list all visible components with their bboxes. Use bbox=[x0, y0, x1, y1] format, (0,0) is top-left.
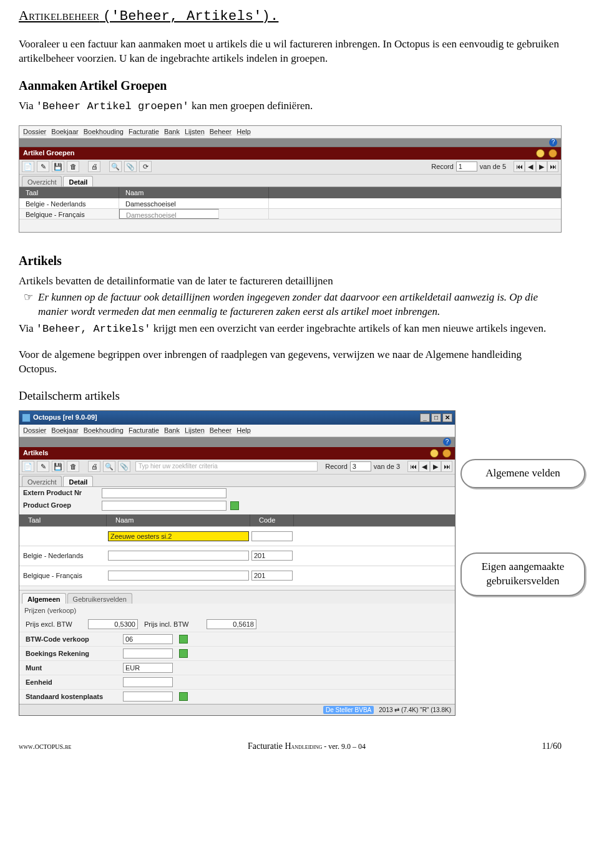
refresh-icon[interactable]: ⟳ bbox=[139, 161, 152, 172]
munt-input[interactable]: EUR bbox=[123, 663, 173, 673]
menu-beheer[interactable]: Beheer bbox=[210, 426, 231, 435]
app-icon bbox=[22, 413, 31, 422]
attach-icon[interactable]: 📎 bbox=[124, 161, 137, 172]
search-icon[interactable]: 🔍 bbox=[103, 461, 115, 472]
badge-icon[interactable] bbox=[442, 449, 451, 458]
tab-overzicht[interactable]: Overzicht bbox=[22, 476, 62, 486]
tabs: Overzicht Detail bbox=[19, 475, 455, 487]
extern-product-input[interactable] bbox=[102, 488, 226, 498]
tab-detail[interactable]: Detail bbox=[63, 476, 93, 486]
record-label: Record bbox=[325, 462, 347, 471]
menu-help[interactable]: Help bbox=[236, 426, 251, 435]
record-input[interactable]: 1 bbox=[456, 162, 477, 171]
first-icon[interactable]: ⏮ bbox=[407, 461, 419, 472]
col-naam[interactable]: Naam bbox=[119, 187, 269, 199]
text: .be bbox=[63, 742, 71, 751]
help-icon[interactable]: ? bbox=[443, 438, 451, 446]
heading-artikels: Artikels bbox=[19, 253, 562, 269]
table-row[interactable]: Belgique - Français Damesschoeisel bbox=[19, 209, 561, 219]
delete-icon[interactable]: 🗑 bbox=[67, 461, 79, 472]
close-icon[interactable]: ✕ bbox=[442, 413, 452, 422]
panel-title: Artikel Groepen bbox=[19, 147, 561, 160]
product-groep-input[interactable] bbox=[102, 501, 226, 511]
text: krijgt men een overzicht van eerder inge… bbox=[150, 322, 546, 334]
menu-boekhouding[interactable]: Boekhouding bbox=[84, 127, 124, 137]
save-icon[interactable]: 💾 bbox=[52, 461, 64, 472]
badge-icon[interactable] bbox=[430, 449, 439, 458]
menu-beheer[interactable]: Beheer bbox=[210, 127, 231, 137]
minimize-icon[interactable]: _ bbox=[420, 413, 430, 422]
menu-dossier[interactable]: Dossier bbox=[23, 426, 46, 435]
btw-code-input[interactable]: 06 bbox=[123, 634, 173, 644]
table-row[interactable]: Belgie - Nederlands 201 bbox=[19, 546, 455, 566]
menu-lijsten[interactable]: Lijsten bbox=[185, 127, 205, 137]
last-icon[interactable]: ⏭ bbox=[547, 161, 558, 172]
menu-bank[interactable]: Bank bbox=[164, 426, 180, 435]
page-title: Artikelbeheer ('Beheer, Artikels'). bbox=[19, 6, 562, 26]
col-naam[interactable]: Naam bbox=[107, 514, 250, 526]
subtab-gebruikersvelden[interactable]: Gebruikersvelden bbox=[67, 593, 132, 604]
eenheid-input[interactable] bbox=[123, 677, 173, 687]
prev-icon[interactable]: ◀ bbox=[419, 461, 430, 472]
prijs-incl-input[interactable]: 0,5618 bbox=[207, 619, 256, 629]
col-taal[interactable]: Taal bbox=[19, 514, 107, 526]
menu-bank[interactable]: Bank bbox=[164, 127, 180, 137]
delete-icon[interactable]: 🗑 bbox=[67, 161, 79, 172]
edit-icon[interactable]: ✎ bbox=[37, 161, 49, 172]
cell-naam[interactable] bbox=[108, 551, 249, 561]
last-icon[interactable]: ⏭ bbox=[441, 461, 452, 472]
first-icon[interactable]: ⏮ bbox=[514, 161, 525, 172]
attach-icon[interactable]: 📎 bbox=[118, 461, 130, 472]
search-input[interactable]: Typ hier uw zoekfilter criteria bbox=[135, 461, 318, 471]
prijs-excl-input[interactable]: 0,5300 bbox=[88, 619, 138, 629]
subtab-algemeen[interactable]: Algemeen bbox=[22, 593, 66, 604]
table-row[interactable]: Belgie - Nederlands Damesschoeisel bbox=[19, 198, 561, 209]
help-icon[interactable]: ? bbox=[549, 138, 557, 147]
menu-boekjaar[interactable]: Boekjaar bbox=[51, 426, 78, 435]
col-taal[interactable]: Taal bbox=[19, 187, 119, 199]
save-icon[interactable]: 💾 bbox=[52, 161, 64, 172]
product-groep-label: Product Groep bbox=[23, 501, 98, 510]
filter-icon[interactable]: 🔍 bbox=[109, 161, 122, 172]
table-row[interactable]: Belgique - Français 201 bbox=[19, 566, 455, 586]
prev-icon[interactable]: ◀ bbox=[525, 161, 536, 172]
lookup-icon[interactable] bbox=[179, 635, 188, 644]
badge-icon[interactable] bbox=[548, 149, 557, 158]
edit-icon[interactable]: ✎ bbox=[37, 461, 49, 472]
cell-naam: Damesschoeisel bbox=[119, 198, 269, 208]
menu-facturatie[interactable]: Facturatie bbox=[129, 426, 159, 435]
table-row[interactable]: Zeeuwe oesters si.2 bbox=[19, 526, 455, 546]
print-icon[interactable]: 🖨 bbox=[88, 161, 100, 172]
menu-facturatie[interactable]: Facturatie bbox=[129, 127, 159, 137]
menu-dossier[interactable]: Dossier bbox=[23, 127, 46, 137]
badge-icon[interactable] bbox=[536, 149, 545, 158]
lookup-icon[interactable] bbox=[179, 649, 188, 658]
cell-code[interactable] bbox=[251, 531, 293, 541]
text: kan men groepen definiëren. bbox=[189, 100, 313, 112]
lookup-icon[interactable] bbox=[179, 692, 188, 701]
maximize-icon[interactable]: □ bbox=[431, 413, 441, 422]
edit-cell[interactable]: Damesschoeisel bbox=[119, 209, 219, 219]
new-icon[interactable]: 📄 bbox=[22, 461, 34, 472]
kostenplaats-input[interactable] bbox=[123, 692, 173, 702]
next-icon[interactable]: ▶ bbox=[430, 461, 441, 472]
screenshot-artikel-groepen: Dossier Boekjaar Boekhouding Facturatie … bbox=[19, 125, 562, 233]
next-icon[interactable]: ▶ bbox=[536, 161, 547, 172]
record-input[interactable]: 3 bbox=[350, 461, 371, 471]
tab-detail[interactable]: Detail bbox=[63, 176, 93, 186]
print-icon[interactable]: 🖨 bbox=[88, 461, 100, 472]
cell-naam[interactable] bbox=[108, 571, 249, 581]
menu-help[interactable]: Help bbox=[236, 127, 251, 137]
status-text: 2013 ⇄ (7.4K) "R" (13.8K) bbox=[379, 706, 451, 715]
tab-overzicht[interactable]: Overzicht bbox=[22, 176, 62, 186]
cell-code[interactable]: 201 bbox=[251, 571, 293, 581]
menu-boekjaar[interactable]: Boekjaar bbox=[51, 127, 78, 137]
new-icon[interactable]: 📄 bbox=[22, 161, 34, 172]
menu-boekhouding[interactable]: Boekhouding bbox=[84, 426, 124, 435]
cell-code[interactable]: 201 bbox=[251, 551, 293, 561]
boekings-rekening-input[interactable] bbox=[123, 649, 173, 658]
col-code[interactable]: Code bbox=[250, 514, 294, 526]
cell-naam-highlight[interactable]: Zeeuwe oesters si.2 bbox=[108, 531, 249, 541]
menu-lijsten[interactable]: Lijsten bbox=[185, 426, 205, 435]
lookup-icon[interactable] bbox=[230, 501, 239, 510]
